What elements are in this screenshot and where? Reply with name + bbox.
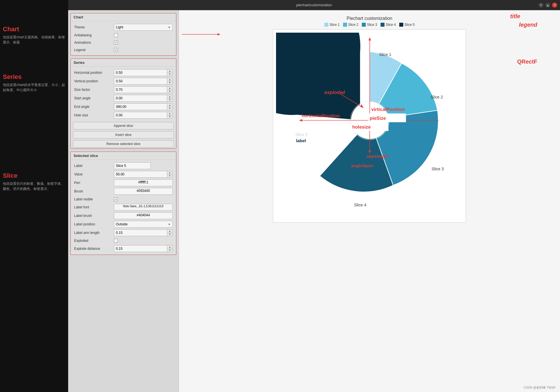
legend-annotation: legend: [519, 22, 537, 28]
antialiasing-label: Antialiasing: [74, 33, 114, 37]
end-angle-label: End angle: [74, 105, 114, 109]
theme-dropdown-arrow: ▼: [168, 26, 171, 29]
horizontal-position-value: 0.50: [114, 71, 167, 75]
explode-distance-up[interactable]: ▲: [167, 246, 172, 249]
label-arm-length-value: 0.15: [114, 231, 167, 235]
slice-value-down[interactable]: ▼: [167, 175, 172, 178]
pen-field[interactable]: #ffffff:1: [114, 179, 173, 186]
end-angle-down[interactable]: ▼: [167, 107, 172, 110]
legend-color-3: [381, 23, 385, 27]
series-annotation-title: Series: [3, 73, 65, 81]
explode-distance-label: Explode distance: [74, 247, 114, 251]
svg-marker-3: [218, 33, 220, 35]
start-angle-spinbox[interactable]: 0.00 ▲ ▼: [114, 95, 173, 102]
series-annotation-text: 包括设置chart的水平垂直位置、大小、起始角度、中心圆环大小: [3, 82, 65, 93]
legend-label-2: Slice 3: [367, 23, 377, 27]
label-arm-length-down[interactable]: ▼: [167, 233, 172, 236]
vertical-arrow-top: [369, 37, 371, 40]
chart-section: Chart Theme Light ▼ Antialiasing: [70, 13, 176, 56]
legend-color-0: [324, 23, 328, 27]
vertical-position-spinbox[interactable]: 0.50 ▲ ▼: [114, 78, 173, 85]
label-visible-checkbox[interactable]: ✓: [114, 197, 118, 201]
title-annotation: title: [510, 13, 520, 20]
legend-label-4: Slice 5: [404, 23, 415, 27]
main-area: Chart Theme Light ▼ Antialiasing: [68, 10, 560, 392]
slice-label-input[interactable]: Slice 5: [114, 162, 151, 169]
size-factor-spinbox[interactable]: 0.70 ▲ ▼: [114, 86, 173, 93]
size-factor-label: Size factor: [74, 88, 114, 92]
legend-checkbox[interactable]: ✓: [114, 48, 118, 52]
maximize-button[interactable]: ▲: [545, 3, 550, 8]
antialiasing-checkbox[interactable]: [114, 33, 118, 37]
legend-item-0: Slice 1: [324, 23, 340, 27]
label-position-value: Outside: [116, 222, 128, 226]
hole-size-up[interactable]: ▲: [167, 112, 172, 116]
exploded-label: Exploded: [74, 239, 114, 243]
pie-slice-5[interactable]: [276, 33, 361, 120]
vertical-position-value: 0.50: [114, 79, 167, 83]
angle-span-annotation: angleSpan: [351, 163, 373, 168]
size-factor-up[interactable]: ▲: [167, 87, 172, 90]
selected-slice-section: Selected slice Label Slice 5 Value 50.00…: [70, 152, 176, 255]
close-button[interactable]: ✕: [552, 3, 557, 8]
horizontal-position-spinbox[interactable]: 0.50 ▲ ▼: [114, 69, 173, 76]
antialiasing-row: Antialiasing: [72, 32, 175, 39]
slice-annotation-title: Slice: [3, 172, 65, 179]
insert-slice-button[interactable]: Insert slice: [73, 131, 174, 139]
hole-size-spinbox[interactable]: 0.00 ▲ ▼: [114, 112, 173, 119]
vertical-pos-annotation: virticalPosition: [371, 107, 405, 112]
slice1-label: Slice 1: [379, 52, 391, 57]
start-angle-up[interactable]: ▲: [167, 95, 172, 98]
start-angle-down[interactable]: ▼: [167, 98, 172, 102]
hole-size-value: 0.00: [114, 113, 167, 117]
vertical-position-down[interactable]: ▼: [167, 81, 172, 85]
vertical-position-up[interactable]: ▲: [167, 78, 172, 81]
slice-value-spinbox[interactable]: 50.00 ▲ ▼: [114, 171, 173, 178]
brush-field[interactable]: #092d40: [114, 188, 173, 195]
animations-checkbox[interactable]: ✓: [114, 41, 118, 45]
append-slice-button[interactable]: Append slice: [73, 122, 174, 129]
end-angle-spinbox[interactable]: 360.00 ▲ ▼: [114, 103, 173, 110]
legend-item-3: Slice 4: [381, 23, 396, 27]
horizontal-position-down[interactable]: ▼: [167, 73, 172, 76]
size-factor-value: 0.70: [114, 88, 167, 92]
legend-label: Legend: [74, 48, 114, 52]
pie-size-annotation: pieSize: [370, 116, 386, 121]
horizontal-position-up[interactable]: ▲: [167, 70, 172, 73]
explode-distance-down[interactable]: ▼: [167, 249, 172, 252]
remove-slice-button[interactable]: Remove selected slice: [73, 140, 174, 148]
pen-label: Pen: [74, 181, 114, 185]
slice-label-label: Label: [74, 164, 114, 168]
slice-value-up[interactable]: ▲: [167, 171, 172, 175]
label-position-select[interactable]: Outside ▼: [114, 221, 173, 228]
label-arm-length-spinbox[interactable]: 0.15 ▲ ▼: [114, 229, 173, 236]
chart-annotation-text: 包括设置chart主题风格、动画效果、标签显示、标题: [3, 35, 65, 45]
slice5-label: Slice 5: [295, 132, 308, 137]
series-section: Series Horizontal position 0.50 ▲ ▼: [70, 58, 176, 149]
hole-size-down[interactable]: ▼: [167, 116, 172, 119]
end-angle-value: 360.00: [114, 105, 167, 109]
titlebar: piechartcustomization ▾ ▲ ✕: [68, 0, 560, 10]
minimize-button[interactable]: ▾: [538, 3, 544, 8]
legend-label-1: Slice 2: [348, 23, 358, 27]
legend-arrow-svg: [179, 26, 236, 43]
control-panel: Chart Theme Light ▼ Antialiasing: [68, 10, 179, 392]
label-brush-field[interactable]: #404044: [114, 212, 173, 219]
theme-label: Theme: [74, 25, 114, 29]
exploded-checkbox[interactable]: [114, 239, 118, 243]
size-factor-down[interactable]: ▼: [167, 90, 172, 93]
explode-distance-spinbox[interactable]: 0.15 ▲ ▼: [114, 245, 173, 252]
theme-select[interactable]: Light ▼: [114, 24, 173, 31]
theme-value: Light: [116, 25, 123, 29]
chart-title-area: Piechart customization title legend: [179, 16, 560, 21]
legend-item-4: Slice 5: [399, 23, 415, 27]
label-font-field[interactable]: Noto Sans, ,10,-1,5,50,0,0,0,0,0: [114, 204, 173, 211]
start-angle-annotation: startAngle: [367, 154, 388, 159]
end-angle-up[interactable]: ▲: [167, 104, 172, 107]
pie-chart-container: Slice 1 Slice 2 Slice 3 Slice 4 Slice 5 …: [273, 30, 466, 223]
label-arm-length-up[interactable]: ▲: [167, 230, 172, 233]
animations-label: Animations: [74, 41, 114, 45]
slice4-label: Slice 4: [354, 203, 366, 207]
horiz-pos-annotation: horizontalPosition: [302, 113, 340, 118]
legend-row: Legend ✓: [72, 46, 175, 54]
